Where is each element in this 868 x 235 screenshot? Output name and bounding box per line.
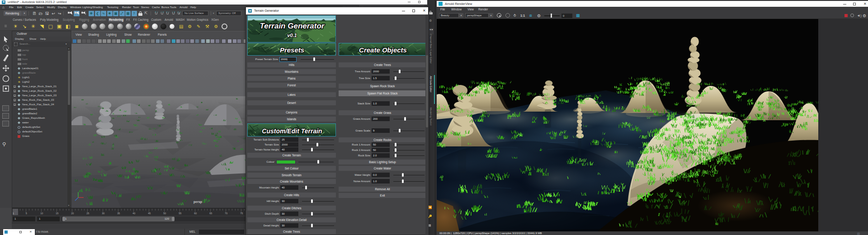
svg-text:persp: persp [193, 200, 202, 204]
svg-text:Terrain Generator: Terrain Generator [260, 22, 325, 30]
svg-text:v0.1: v0.1 [287, 33, 297, 38]
svg-text:Create Objects: Create Objects [359, 46, 407, 54]
svg-text:Presets: Presets [280, 46, 304, 54]
svg-text:Custom/Edit Terrain: Custom/Edit Terrain [262, 127, 322, 135]
